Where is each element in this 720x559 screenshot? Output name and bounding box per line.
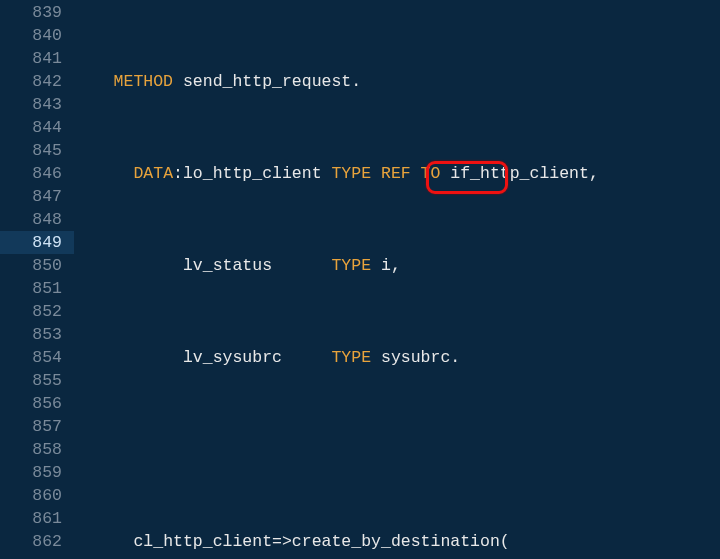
line-number: 846 xyxy=(0,162,62,185)
keyword-type: TYPE xyxy=(331,256,371,275)
line-number: 843 xyxy=(0,93,62,116)
line-number: 845 xyxy=(0,139,62,162)
keyword-method: METHOD xyxy=(114,72,173,91)
arrow-op: => xyxy=(272,532,292,551)
keyword-data: DATA xyxy=(133,164,173,183)
line-number: 862 xyxy=(0,530,62,553)
code-line-blank xyxy=(74,438,720,461)
type-name: if_http_client xyxy=(450,164,589,183)
line-number: 848 xyxy=(0,208,62,231)
variable: lv_status xyxy=(183,256,272,275)
line-number: 851 xyxy=(0,277,62,300)
line-number: 859 xyxy=(0,461,62,484)
method-call: create_by_destination xyxy=(292,532,500,551)
code-line: lv_sysubrc TYPE sysubrc. xyxy=(74,346,720,369)
method-name: send_http_request xyxy=(183,72,351,91)
line-number: 858 xyxy=(0,438,62,461)
line-number: 842 xyxy=(0,70,62,93)
keyword-type: TYPE REF TO xyxy=(331,164,440,183)
line-number: 850 xyxy=(0,254,62,277)
code-line: DATA:lo_http_client TYPE REF TO if_http_… xyxy=(74,162,720,185)
line-number: 855 xyxy=(0,369,62,392)
punct: : xyxy=(173,164,183,183)
line-number: 841 xyxy=(0,47,62,70)
paren: ( xyxy=(500,532,510,551)
punct: . xyxy=(450,348,460,367)
line-number: 840 xyxy=(0,24,62,47)
line-number: 861 xyxy=(0,507,62,530)
line-number: 860 xyxy=(0,484,62,507)
class-name: cl_http_client xyxy=(133,532,272,551)
type-name: sysubrc xyxy=(381,348,450,367)
variable: lo_http_client xyxy=(183,164,322,183)
line-number: 854 xyxy=(0,346,62,369)
punct: , xyxy=(589,164,599,183)
line-number: 847 xyxy=(0,185,62,208)
line-number: 853 xyxy=(0,323,62,346)
code-line: cl_http_client=>create_by_destination( xyxy=(74,530,720,553)
code-line: lv_status TYPE i, xyxy=(74,254,720,277)
line-number-gutter: 8398408418428438448458468478488498508518… xyxy=(0,0,74,559)
variable: lv_sysubrc xyxy=(183,348,282,367)
line-number: 857 xyxy=(0,415,62,438)
punct: , xyxy=(391,256,401,275)
line-number: 839 xyxy=(0,1,62,24)
keyword-type: TYPE xyxy=(331,348,371,367)
code-area[interactable]: METHOD send_http_request. DATA:lo_http_c… xyxy=(74,0,720,559)
line-number: 849 xyxy=(0,231,74,254)
punct: . xyxy=(351,72,361,91)
line-number: 844 xyxy=(0,116,62,139)
code-line: METHOD send_http_request. xyxy=(74,70,720,93)
line-number: 856 xyxy=(0,392,62,415)
type-name: i xyxy=(381,256,391,275)
code-editor[interactable]: 8398408418428438448458468478488498508518… xyxy=(0,0,720,559)
line-number: 852 xyxy=(0,300,62,323)
